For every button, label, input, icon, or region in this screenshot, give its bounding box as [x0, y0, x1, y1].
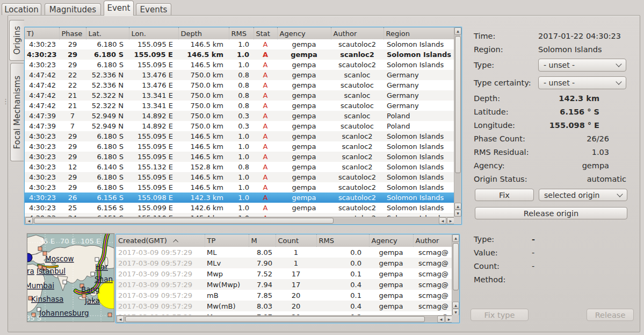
scroll-up-icon[interactable]: ▲ — [452, 302, 459, 309]
tab-location[interactable]: Location — [2, 3, 41, 15]
fix-button[interactable]: Fix — [475, 189, 534, 201]
cell-agency: gempa — [277, 90, 331, 101]
cell-t: 4:30:23 — [25, 60, 59, 70]
scroll-up-icon[interactable]: ▲ — [454, 27, 461, 35]
origin-selection-dropdown[interactable]: selected origin — [539, 189, 627, 201]
table-row[interactable]: 4:30:23296.180 S155.095 E146.5 km1.0Agem… — [25, 39, 454, 49]
scrollbar-thumb[interactable] — [455, 36, 461, 173]
cell-lat: 6.180 S — [86, 172, 129, 182]
chevron-down-icon — [616, 61, 621, 67]
cell-author: scautoloc — [331, 80, 383, 90]
col-header-author[interactable]: Author — [413, 234, 453, 247]
cell-lat: 52.322 N — [86, 101, 129, 111]
col-header-author[interactable]: Author — [331, 27, 383, 39]
table-row[interactable]: 4:47:422252.336 N13.476 E750.0 km0.8Agem… — [25, 70, 454, 80]
scroll-right-icon[interactable]: ▶ — [447, 217, 454, 224]
col-header-stat[interactable]: Stat — [254, 27, 277, 39]
release-button[interactable]: Release — [587, 309, 634, 321]
region-map[interactable]: 35 E 70 E 105 E 35 S Moscow ra Istanbul … — [27, 233, 114, 322]
col-header-lon[interactable]: Lon. — [129, 27, 178, 39]
table-row[interactable]: 2017-03-09 09:57:29mB7.85200.1gempascmag… — [116, 290, 453, 301]
table-row[interactable]: 4:30:23296.180 S155.095 E146.5 km1.0Agem… — [25, 49, 454, 60]
scroll-left-icon[interactable]: ◀ — [439, 217, 446, 224]
cell-author: scmag@ — [413, 301, 453, 311]
fix-type-button[interactable]: Fix type — [471, 309, 529, 321]
col-header-m[interactable]: M — [249, 234, 276, 247]
scroll-up-icon[interactable]: ▲ — [452, 234, 459, 242]
table-row[interactable]: 4:30:23266.156 S155.098 E142.3 km1.0Agem… — [25, 193, 454, 203]
col-header-depth[interactable]: Depth — [178, 27, 229, 39]
cell-t: 4:30:23 — [25, 182, 59, 193]
table-row[interactable]: 2017-03-09 09:57:29MLv7.9010.0gempascmag… — [116, 258, 453, 268]
origins-hscrollbar[interactable]: ◀ ◀ ▶ — [25, 217, 454, 224]
origins-table: T) Phase Lat. Lon. Depth RMS Stat Agency… — [24, 27, 462, 225]
col-header-agency[interactable]: Agency — [277, 27, 331, 39]
splitter-handle[interactable]: ⋮ — [2, 100, 9, 103]
table-row[interactable]: 4:47:39752.949 N14.892 E750.0 km0.3Agemp… — [25, 121, 454, 131]
field-row: Latitude:6.156 ° S — [474, 105, 634, 118]
cell-rms: 1.0 — [229, 141, 254, 152]
cell-agency: gempa — [369, 279, 413, 290]
cell-agency: gempa — [369, 301, 413, 311]
table-row[interactable]: 4:30:23296.180 S155.095 E146.5 km1.0Agem… — [25, 60, 454, 70]
dropdown[interactable]: - unset - — [538, 76, 626, 89]
cell-region: Solomon Islands — [383, 172, 454, 182]
release-origin-button[interactable]: Release origin — [475, 207, 627, 219]
col-header-count[interactable]: Count — [276, 234, 316, 247]
side-tab-origins[interactable]: Origins — [9, 20, 24, 61]
cell-lon: 155.110 E — [129, 213, 178, 217]
table-row[interactable]: 4:30:23296.180 S155.095 E146.5 km1.0Agem… — [25, 152, 454, 162]
cell-agency: gempa — [277, 111, 331, 121]
table-row[interactable]: 2017-03-09 09:57:29Mw(Mwp)7.94170.4gempa… — [116, 279, 453, 290]
table-row[interactable]: 4:30:23296.180 S155.095 E146.5 km1.0Agem… — [25, 172, 454, 182]
field-row: Type certainty:- unset - — [474, 74, 634, 91]
table-row[interactable]: 4:30:23126.140 S155.132 E152.8 km0.8Agem… — [25, 162, 454, 172]
col-header-rms[interactable]: RMS — [229, 27, 254, 39]
table-row[interactable]: 4:30:23296.180 S155.095 E146.5 km1.0Agem… — [25, 131, 454, 141]
table-row[interactable]: 2017-03-09 09:57:29Mw(mB)8.03200.4gempas… — [116, 301, 453, 311]
cell-m: 7.94 — [249, 279, 276, 290]
scroll-up-icon[interactable]: ▲ — [454, 203, 461, 210]
col-header-time[interactable]: T) — [25, 27, 59, 39]
table-row[interactable]: 4:30:23296.180 S155.095 E146.5 km1.0Agem… — [25, 141, 454, 152]
cell-region: Solomon Islands — [383, 193, 454, 203]
cell-t: 4:30:23 — [25, 131, 59, 141]
scrollbar-thumb[interactable] — [34, 218, 334, 224]
cell-region: Solomon Islands — [383, 162, 454, 172]
scrollbar-thumb[interactable] — [453, 243, 459, 290]
col-header-rms[interactable]: RMS — [316, 234, 369, 247]
tab-magnitudes[interactable]: Magnitudes — [45, 3, 101, 15]
tab-event[interactable]: Event — [104, 1, 134, 16]
magnitudes-vscrollbar[interactable]: ▲ ▲ ▼ — [452, 234, 459, 316]
cell-m: 7.52 — [249, 268, 276, 279]
table-row[interactable]: 4:47:422152.322 N13.341 E750.0 km0.8Agem… — [25, 101, 454, 111]
table-row[interactable]: 4:47:39752.949 N14.892 E750.0 km0.3Agemp… — [25, 111, 454, 121]
scroll-left-icon[interactable]: ◀ — [117, 316, 124, 323]
scroll-left-icon[interactable]: ◀ — [25, 217, 33, 224]
table-row[interactable]: 4:30:23296.180 S155.095 E146.5 km1.0Agem… — [25, 182, 454, 193]
cell-stat: A — [254, 203, 277, 213]
scroll-left-icon[interactable]: ◀ — [437, 316, 445, 323]
side-tab-focal-mechanisms[interactable]: Focal Mechanisms — [10, 63, 24, 161]
scrollbar-thumb[interactable] — [125, 316, 425, 322]
tab-events[interactable]: Events — [136, 3, 171, 15]
cell-created: 2017-03-09 09:57:29 — [116, 268, 205, 279]
table-row[interactable]: 4:47:422252.336 N13.476 E750.0 km0.8Agem… — [25, 80, 454, 90]
col-header-created[interactable]: Created(GMT) — [116, 234, 205, 247]
table-row[interactable]: 2017-03-09 09:57:29Mwp7.52170.1gempascma… — [116, 268, 453, 279]
table-row[interactable]: 4:30:23256.156 S155.099 E142.6 km1.0Agem… — [25, 203, 454, 213]
col-header-lat[interactable]: Lat. — [86, 27, 129, 39]
cell-agency: gempa — [277, 101, 331, 111]
col-header-phase[interactable]: Phase — [59, 27, 86, 39]
scroll-down-icon[interactable]: ▼ — [454, 210, 461, 217]
dropdown[interactable]: - unset - — [538, 59, 626, 72]
table-row[interactable]: 2017-03-09 09:57:29ML8.0510.0gempascmag@ — [116, 247, 453, 258]
origins-vscrollbar[interactable]: ▲ ▲ ▼ — [454, 27, 461, 217]
cell-stat: A — [254, 39, 277, 49]
magnitudes-hscrollbar[interactable]: ◀ ◀ ▶ — [116, 315, 453, 323]
col-header-agency[interactable]: Agency — [369, 234, 413, 247]
col-header-region[interactable]: Region — [383, 27, 454, 39]
table-row[interactable]: 4:47:422152.322 N13.341 E750.0 km0.8Agem… — [25, 90, 454, 101]
table-row[interactable]: 4:30:23246.151 S155.110 E145.4 km1.0Agem… — [25, 213, 454, 217]
col-header-tp[interactable]: TP — [205, 234, 249, 247]
